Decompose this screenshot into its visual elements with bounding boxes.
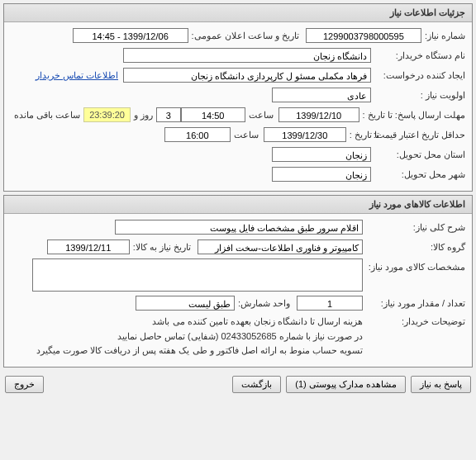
city-value: زنجان	[272, 167, 371, 182]
days-label: روز و	[134, 110, 153, 121]
exit-button[interactable]: خروج	[5, 376, 44, 393]
qty-label: تعداد / مقدار مورد نیاز:	[366, 298, 465, 309]
attachments-button[interactable]: مشاهده مدارک پیوستی (1)	[286, 376, 406, 393]
deadline-time: 14:50	[181, 107, 245, 122]
remain-label: ساعت باقی مانده	[14, 110, 80, 121]
state-label: استان محل تحویل:	[374, 149, 465, 160]
requester-label: ایجاد کننده درخواست:	[374, 70, 465, 81]
priority-label: اولویت نیاز :	[374, 90, 465, 101]
notes-label: توضیحات خریدار:	[366, 315, 465, 327]
desc-value: اقلام سرور طبق مشخصات فایل پیوست	[115, 220, 363, 235]
button-row: پاسخ به نیاز مشاهده مدارک پیوستی (1) باز…	[0, 371, 476, 398]
buyer-org-label: نام دستگاه خریدار:	[374, 50, 465, 61]
need-details-panel: جزئیات اطلاعات نیاز شماره نیاز: 12990037…	[3, 3, 473, 192]
panel1-title: جزئیات اطلاعات نیاز	[4, 4, 472, 22]
announce-value: 1399/12/06 - 14:45	[73, 28, 188, 43]
min-valid-time: 16:00	[164, 127, 231, 142]
min-valid-time-label: ساعت	[234, 130, 259, 140]
unit-value: طبق لیست	[136, 296, 235, 311]
contact-link[interactable]: اطلاعات تماس خریدار	[36, 70, 118, 81]
city-label: شهر محل تحویل:	[374, 169, 465, 180]
need-to-value: 1399/12/11	[47, 239, 130, 254]
spec-textarea[interactable]	[32, 258, 363, 292]
notes-text: هزینه ارسال تا دانشگاه زنجان بعهده تامین…	[36, 315, 363, 358]
desc-label: شرح کلی نیاز:	[366, 222, 465, 233]
group-label: گروه کالا:	[366, 242, 465, 253]
need-to-label: تاریخ نیاز به کالا:	[133, 242, 191, 253]
min-valid-date: 1399/12/30	[264, 127, 346, 142]
need-no-value: 1299003798000595	[306, 28, 421, 43]
deadline-date: 1399/12/10	[278, 107, 359, 122]
buyer-org-value: دانشگاه زنجان	[123, 48, 371, 63]
announce-label: تاریخ و ساعت اعلان عمومی:	[192, 31, 299, 41]
state-value: زنجان	[272, 147, 371, 162]
back-button[interactable]: بازگشت	[232, 376, 281, 393]
unit-label: واحد شمارش:	[238, 298, 290, 309]
panel2-title: اطلاعات کالاهای مورد نیاز	[4, 196, 472, 214]
reply-button[interactable]: پاسخ به نیاز	[411, 376, 471, 393]
priority-value: عادی	[272, 88, 371, 102]
min-valid-label: حداقل تاریخ اعتبار قیمت:	[383, 130, 465, 140]
goods-info-panel: اطلاعات کالاهای مورد نیاز شرح کلی نیاز: …	[3, 195, 473, 368]
days-value: 3	[156, 107, 181, 122]
spec-label: مشخصات کالای مورد نیاز:	[366, 258, 465, 273]
deadline-label: مهلت ارسال پاسخ: تا تاریخ :	[363, 110, 465, 121]
requester-value: فرهاد مکملی مسئو ل کارپردازی دانشگاه زنج…	[123, 68, 371, 83]
min-valid-sub: تا تاریخ :	[350, 130, 379, 140]
deadline-time-label: ساعت	[249, 110, 274, 121]
qty-value: 1	[297, 296, 363, 311]
group-value: کامپیوتر و فناوری اطلاعات-سخت افزار	[198, 239, 363, 254]
countdown-timer: 23:39:20	[83, 107, 131, 122]
need-no-label: شماره نیاز:	[425, 31, 465, 41]
